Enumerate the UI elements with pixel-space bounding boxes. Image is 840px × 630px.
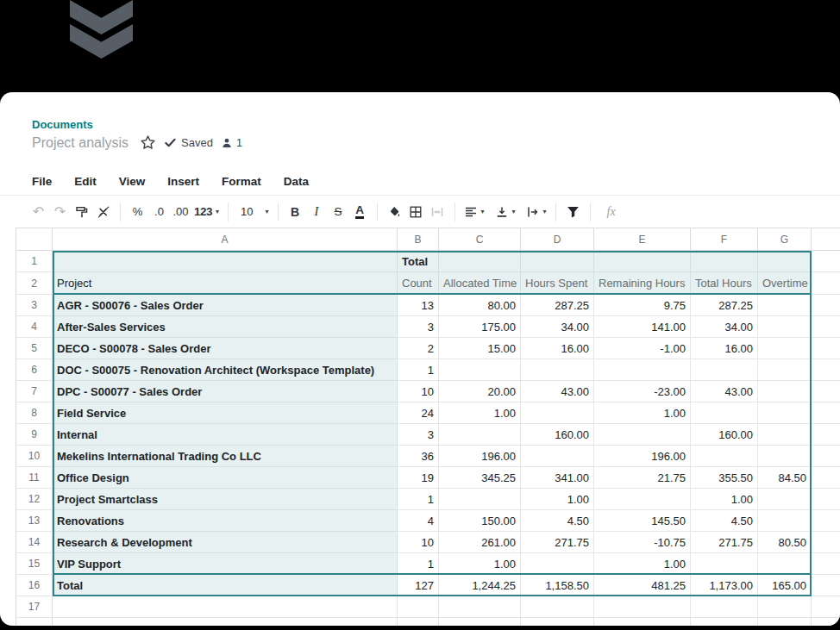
- row-header-partial[interactable]: [16, 618, 53, 626]
- cell-A2[interactable]: Project: [53, 272, 398, 295]
- cell-A5[interactable]: DECO - S00078 - Sales Order: [53, 338, 398, 359]
- cell-D3[interactable]: 287.25: [521, 295, 594, 316]
- cell-A6[interactable]: DOC - S00075 - Renovation Architect (Wor…: [53, 359, 398, 381]
- cell-B11[interactable]: 19: [398, 467, 439, 489]
- cell-A4[interactable]: After-Sales Services: [53, 316, 398, 338]
- formula-input[interactable]: [624, 196, 840, 228]
- increase-decimal-button[interactable]: .00: [170, 201, 191, 223]
- row-header-6[interactable]: 6: [16, 359, 53, 381]
- cell-partial-1[interactable]: [812, 251, 840, 272]
- column-header-E[interactable]: E: [594, 228, 691, 251]
- cell-D17[interactable]: [521, 596, 594, 618]
- cell-D6[interactable]: [521, 359, 594, 381]
- row-header-15[interactable]: 15: [16, 553, 53, 575]
- column-header-partial[interactable]: [812, 228, 840, 251]
- cell-A17[interactable]: [53, 596, 398, 618]
- cell-A11[interactable]: Office Design: [53, 467, 398, 489]
- fill-color-button[interactable]: [384, 201, 405, 223]
- cell-E16[interactable]: 481.25: [594, 575, 691, 596]
- cell-E2[interactable]: Remaining Hours: [594, 272, 691, 295]
- cell-G14[interactable]: 80.50: [758, 532, 812, 553]
- cell-partial-bottom[interactable]: [758, 618, 812, 626]
- cell-A12[interactable]: Project Smartclass: [53, 489, 398, 510]
- cell-A3[interactable]: AGR - S00076 - Sales Order: [53, 295, 398, 316]
- cell-G4[interactable]: [758, 316, 812, 338]
- cell-G7[interactable]: [758, 381, 812, 402]
- font-size-dropdown[interactable]: 10▾: [235, 201, 271, 223]
- cell-C11[interactable]: 345.25: [439, 467, 521, 489]
- cell-G2[interactable]: Overtime: [758, 272, 812, 295]
- cell-F1[interactable]: [691, 251, 758, 272]
- cell-C10[interactable]: 196.00: [439, 446, 521, 467]
- cell-D1[interactable]: [521, 251, 594, 272]
- cell-partial-2[interactable]: [812, 272, 840, 295]
- filter-button[interactable]: [562, 201, 584, 223]
- sheet-title[interactable]: Project analysis: [32, 135, 129, 151]
- cell-partial-4[interactable]: [812, 316, 840, 338]
- cell-D4[interactable]: 34.00: [521, 316, 594, 338]
- cell-G6[interactable]: [758, 359, 812, 381]
- cell-A7[interactable]: DPC - S00077 - Sales Order: [53, 381, 398, 402]
- italic-button[interactable]: I: [306, 201, 328, 223]
- cell-G17[interactable]: [758, 596, 812, 618]
- cell-B8[interactable]: 24: [398, 402, 439, 424]
- cell-partial-14[interactable]: [812, 532, 840, 553]
- cell-F4[interactable]: 34.00: [691, 316, 758, 338]
- cell-E13[interactable]: 145.50: [594, 510, 691, 532]
- cell-F14[interactable]: 271.75: [691, 532, 758, 553]
- horizontal-align-dropdown[interactable]: ▾: [461, 201, 487, 223]
- cell-partial-5[interactable]: [812, 338, 840, 359]
- cell-partial-7[interactable]: [812, 381, 840, 402]
- cell-D7[interactable]: 43.00: [521, 381, 594, 402]
- paint-format-button[interactable]: [71, 201, 92, 223]
- menu-edit[interactable]: Edit: [74, 175, 97, 188]
- cell-F5[interactable]: 16.00: [691, 338, 758, 359]
- cell-B12[interactable]: 1: [398, 489, 439, 510]
- cell-B3[interactable]: 13: [398, 295, 439, 316]
- cell-E6[interactable]: [594, 359, 691, 381]
- cell-C2[interactable]: Allocated Time: [439, 272, 521, 295]
- cell-B9[interactable]: 3: [398, 424, 439, 446]
- percent-format-button[interactable]: %: [127, 201, 148, 223]
- cell-E15[interactable]: 1.00: [594, 553, 691, 575]
- cell-B7[interactable]: 10: [398, 381, 439, 402]
- cell-A13[interactable]: Renovations: [53, 510, 398, 532]
- cell-C9[interactable]: [439, 424, 521, 446]
- cell-D9[interactable]: 160.00: [521, 424, 594, 446]
- cell-G13[interactable]: [758, 510, 812, 532]
- cell-partial-bottom[interactable]: [812, 618, 840, 626]
- cell-partial-11[interactable]: [812, 467, 840, 489]
- cell-D13[interactable]: 4.50: [521, 510, 594, 532]
- cell-D15[interactable]: [521, 553, 594, 575]
- strikethrough-button[interactable]: S: [328, 201, 349, 223]
- cell-A15[interactable]: VIP Support: [53, 553, 398, 575]
- cell-C15[interactable]: 1.00: [439, 553, 521, 575]
- cell-E12[interactable]: [594, 489, 691, 510]
- cell-F15[interactable]: [691, 553, 758, 575]
- cell-G1[interactable]: [758, 251, 812, 272]
- cell-G10[interactable]: [758, 446, 812, 467]
- cell-C5[interactable]: 15.00: [439, 338, 521, 359]
- cell-partial-bottom[interactable]: [439, 618, 521, 626]
- clear-format-button[interactable]: [92, 201, 114, 223]
- cell-E7[interactable]: -23.00: [594, 381, 691, 402]
- text-color-button[interactable]: A: [349, 201, 371, 223]
- cell-E1[interactable]: [594, 251, 691, 272]
- cell-E14[interactable]: -10.75: [594, 532, 691, 553]
- cell-B15[interactable]: 1: [398, 553, 439, 575]
- cell-G16[interactable]: 165.00: [758, 575, 812, 596]
- cell-C6[interactable]: [439, 359, 521, 381]
- cell-G5[interactable]: [758, 338, 812, 359]
- cell-D11[interactable]: 341.00: [521, 467, 594, 489]
- menu-view[interactable]: View: [119, 175, 146, 188]
- row-header-11[interactable]: 11: [16, 467, 53, 489]
- cell-C16[interactable]: 1,244.25: [439, 575, 521, 596]
- cell-C17[interactable]: [439, 596, 521, 618]
- cell-C3[interactable]: 80.00: [439, 295, 521, 316]
- column-header-D[interactable]: D: [521, 228, 594, 251]
- cell-B2[interactable]: Count: [398, 272, 439, 295]
- cell-B1[interactable]: Total: [398, 251, 439, 272]
- bold-button[interactable]: B: [285, 201, 306, 223]
- cell-G12[interactable]: [758, 489, 812, 510]
- cell-partial-3[interactable]: [812, 295, 840, 316]
